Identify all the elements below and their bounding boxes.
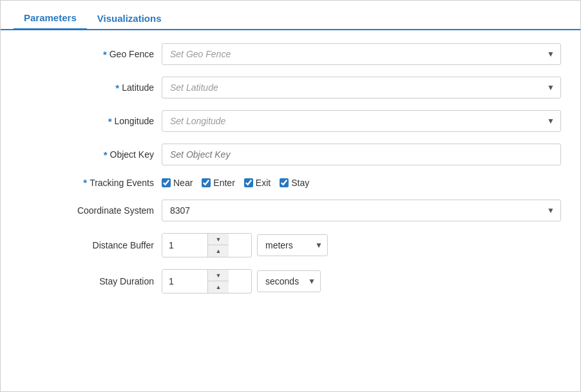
coordinate-system-row: Coordinate System ▼ xyxy=(20,200,561,221)
checkbox-group: Near Enter Exit Stay xyxy=(162,178,561,188)
tab-parameters[interactable]: Parameters xyxy=(14,7,87,30)
checkbox-stay-label: Stay xyxy=(291,178,309,188)
tracking-events-label-col: * Tracking Events xyxy=(20,177,162,188)
stay-duration-row: Stay Duration ▼ ▲ seconds minutes xyxy=(20,269,561,294)
latitude-select[interactable]: Set Latitude xyxy=(162,77,561,98)
checkbox-near-input[interactable] xyxy=(162,178,171,187)
geo-fence-required-star: * xyxy=(103,49,107,60)
distance-buffer-spinner-buttons: ▼ ▲ xyxy=(207,234,229,257)
latitude-label: Latitude xyxy=(122,82,154,93)
distance-buffer-up-btn[interactable]: ▲ xyxy=(208,245,229,257)
distance-buffer-label: Distance Buffer xyxy=(93,240,154,250)
object-key-label: Object Key xyxy=(110,149,154,160)
checkbox-enter-label: Enter xyxy=(213,178,234,188)
tab-visualizations[interactable]: Visualizations xyxy=(87,7,172,29)
longitude-select[interactable]: Set Longitude xyxy=(162,110,561,132)
latitude-select-wrapper: Set Latitude ▼ xyxy=(162,77,561,98)
distance-buffer-label-col: Distance Buffer xyxy=(20,240,162,250)
geo-fence-label-col: * Geo Fence xyxy=(20,49,162,60)
form-body: * Geo Fence Set Geo Fence ▼ * Latitude xyxy=(1,30,580,318)
main-container: Parameters Visualizations * Geo Fence Se… xyxy=(0,0,581,392)
stay-duration-spinner: ▼ ▲ xyxy=(162,269,252,294)
stay-duration-spinner-buttons: ▼ ▲ xyxy=(207,270,229,293)
longitude-select-wrapper: Set Longitude ▼ xyxy=(162,110,561,132)
object-key-row: * Object Key xyxy=(20,144,561,165)
longitude-label: Longitude xyxy=(114,116,154,126)
geo-fence-select-wrapper: Set Geo Fence ▼ xyxy=(162,43,561,65)
tracking-events-row: * Tracking Events Near Enter Exit xyxy=(20,177,561,188)
checkbox-exit-label: Exit xyxy=(256,178,271,188)
coord-wrapper: ▼ xyxy=(162,200,561,221)
latitude-row: * Latitude Set Latitude ▼ xyxy=(20,77,561,98)
checkbox-enter[interactable]: Enter xyxy=(202,178,234,188)
distance-buffer-input[interactable] xyxy=(162,234,207,257)
tracking-events-control: Near Enter Exit Stay xyxy=(162,178,561,188)
coordinate-system-control: ▼ xyxy=(162,200,561,221)
longitude-control: Set Longitude ▼ xyxy=(162,110,561,132)
stay-duration-unit-wrapper: seconds minutes hours ▼ xyxy=(257,270,321,292)
stay-duration-control: ▼ ▲ seconds minutes hours ▼ xyxy=(162,269,561,294)
object-key-input[interactable] xyxy=(162,144,561,165)
checkbox-stay[interactable]: Stay xyxy=(280,178,309,188)
stay-duration-label: Stay Duration xyxy=(99,276,154,286)
coordinate-system-input[interactable] xyxy=(162,200,561,221)
coordinate-system-label-col: Coordinate System xyxy=(20,205,162,216)
geo-fence-label: Geo Fence xyxy=(110,49,154,59)
checkbox-near[interactable]: Near xyxy=(162,178,193,188)
checkbox-exit-input[interactable] xyxy=(244,178,253,187)
distance-buffer-control: ▼ ▲ meters feet kilometers miles ▼ xyxy=(162,233,561,257)
longitude-row: * Longitude Set Longitude ▼ xyxy=(20,110,561,132)
tracking-events-required-star: * xyxy=(83,177,87,188)
tracking-events-label: Tracking Events xyxy=(90,178,154,188)
geo-fence-row: * Geo Fence Set Geo Fence ▼ xyxy=(20,43,561,65)
latitude-label-col: * Latitude xyxy=(20,82,162,93)
stay-duration-label-col: Stay Duration xyxy=(20,276,162,286)
stay-duration-inline: ▼ ▲ seconds minutes hours ▼ xyxy=(162,269,561,294)
distance-buffer-unit-select[interactable]: meters feet kilometers miles xyxy=(257,234,328,256)
stay-duration-input[interactable] xyxy=(162,270,207,293)
stay-duration-up-btn[interactable]: ▲ xyxy=(208,281,229,293)
stay-duration-down-btn[interactable]: ▼ xyxy=(208,270,229,281)
object-key-label-col: * Object Key xyxy=(20,149,162,160)
latitude-control: Set Latitude ▼ xyxy=(162,77,561,98)
distance-buffer-down-btn[interactable]: ▼ xyxy=(208,234,229,245)
checkbox-enter-input[interactable] xyxy=(202,178,211,187)
distance-buffer-row: Distance Buffer ▼ ▲ meters feet xyxy=(20,233,561,257)
coordinate-system-label: Coordinate System xyxy=(77,205,154,216)
latitude-required-star: * xyxy=(115,82,119,93)
object-key-control xyxy=(162,144,561,165)
stay-duration-unit-select[interactable]: seconds minutes hours xyxy=(257,270,321,292)
distance-buffer-unit-wrapper: meters feet kilometers miles ▼ xyxy=(257,234,328,256)
longitude-required-star: * xyxy=(108,116,112,127)
checkbox-exit[interactable]: Exit xyxy=(244,178,271,188)
distance-buffer-spinner: ▼ ▲ xyxy=(162,233,252,257)
checkbox-near-label: Near xyxy=(173,178,193,188)
tab-bar: Parameters Visualizations xyxy=(1,1,580,30)
longitude-label-col: * Longitude xyxy=(20,116,162,127)
object-key-required-star: * xyxy=(104,149,108,160)
distance-buffer-inline: ▼ ▲ meters feet kilometers miles ▼ xyxy=(162,233,561,257)
geo-fence-select[interactable]: Set Geo Fence xyxy=(162,43,561,65)
checkbox-stay-input[interactable] xyxy=(280,178,289,187)
geo-fence-control: Set Geo Fence ▼ xyxy=(162,43,561,65)
